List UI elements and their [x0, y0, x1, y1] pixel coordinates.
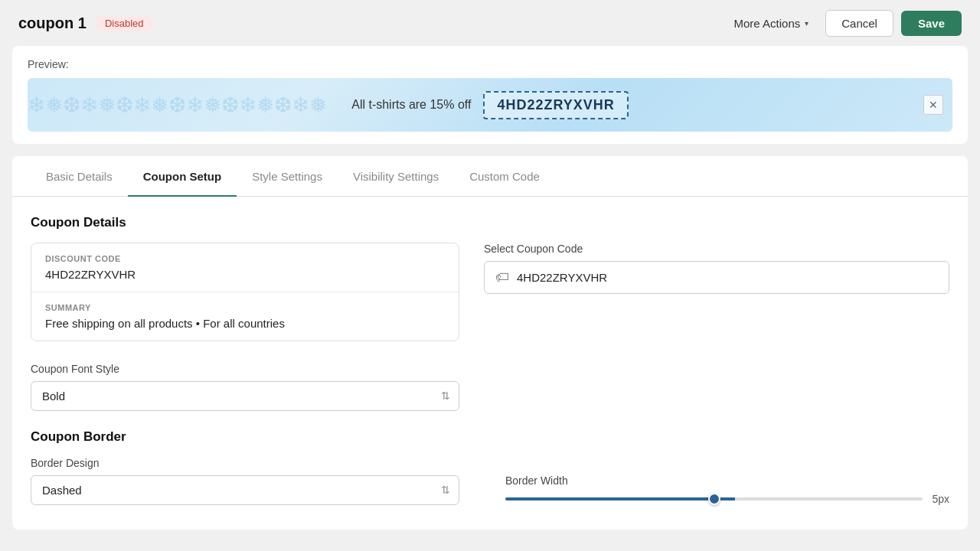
summary-label: SUMMARY — [45, 303, 445, 312]
select-coupon-field[interactable]: 🏷 4HD22ZRYXVHR — [484, 261, 949, 294]
snowflake-icon: ❄ — [80, 93, 98, 118]
discount-code-value: 4HD22ZRYXVHR — [45, 268, 445, 281]
status-badge: Disabled — [96, 15, 153, 31]
border-width-label: Border Width — [505, 474, 949, 487]
snowflake-icon: ❅ — [45, 93, 63, 118]
snowflake-icon: ❅ — [151, 93, 168, 118]
cancel-button[interactable]: Cancel — [825, 10, 893, 37]
discount-code-row: DISCOUNT CODE 4HD22ZRYXVHR — [31, 243, 459, 292]
snowflake-icon: ❅ — [98, 93, 116, 118]
coupon-details-card: DISCOUNT CODE 4HD22ZRYXVHR SUMMARY Free … — [31, 243, 459, 341]
coupon-details-row: DISCOUNT CODE 4HD22ZRYXVHR SUMMARY Free … — [31, 243, 949, 363]
page-title: coupon 1 — [18, 15, 87, 32]
header-right: More Actions ▾ Cancel Save — [725, 10, 962, 37]
snowflake-icon: ❅ — [309, 93, 327, 118]
main-content: Basic Details Coupon Setup Style Setting… — [12, 156, 968, 530]
header-left: coupon 1 Disabled — [18, 15, 152, 32]
snowflake-icon: ❅ — [256, 93, 274, 118]
more-actions-label: More Actions — [734, 17, 801, 30]
snowflake-icon: ❄ — [239, 93, 256, 118]
discount-code-label: DISCOUNT CODE — [45, 254, 445, 263]
coupon-code-display: 4HD22ZRYXVHR — [483, 91, 628, 119]
coupon-font-select[interactable]: Bold Normal Italic — [31, 381, 459, 411]
tab-basic-details[interactable]: Basic Details — [31, 156, 128, 197]
snowflake-icon: ❆ — [274, 93, 292, 118]
tag-icon: 🏷 — [495, 269, 509, 285]
tab-content: Coupon Details DISCOUNT CODE 4HD22ZRYXVH… — [12, 197, 968, 530]
snowflake-icon: ❆ — [63, 93, 80, 118]
preview-banner: ❄ ❅ ❆ ❄ ❅ ❆ ❄ ❅ ❆ ❄ ❅ ❆ ❄ ❅ ❆ ❄ ❅ All t-… — [28, 78, 952, 132]
border-design-label: Border Design — [31, 457, 459, 469]
border-width-slider[interactable] — [505, 497, 923, 500]
tab-style-settings[interactable]: Style Settings — [237, 156, 338, 197]
border-width-slider-container: 5px — [505, 493, 949, 505]
selected-coupon-value: 4HD22ZRYXVHR — [517, 271, 607, 284]
coupon-details-title: Coupon Details — [31, 215, 949, 230]
banner-text: All t-shirts are 15% off — [351, 98, 471, 112]
snowflake-icon: ❆ — [168, 93, 186, 118]
border-design-group: Border Design Dashed Solid Dotted Double… — [31, 457, 459, 505]
select-coupon-label: Select Coupon Code — [484, 243, 949, 255]
snowflake-icon: ❄ — [186, 93, 204, 118]
snowflake-icon: ❅ — [204, 93, 221, 118]
coupon-font-group: Coupon Font Style Bold Normal Italic ⇅ — [31, 363, 949, 411]
coupon-font-wrapper: Bold Normal Italic ⇅ — [31, 381, 459, 411]
snowflake-icon: ❄ — [133, 93, 151, 118]
border-width-value: 5px — [932, 493, 949, 505]
snowflake-icon: ❆ — [221, 93, 239, 118]
summary-row: SUMMARY Free shipping on all products • … — [31, 292, 459, 341]
border-design-wrapper: Dashed Solid Dotted Double ⇅ — [31, 475, 459, 505]
close-banner-button[interactable]: ✕ — [923, 95, 943, 115]
tabs: Basic Details Coupon Setup Style Setting… — [12, 156, 968, 197]
border-row: Border Design Dashed Solid Dotted Double… — [31, 457, 949, 505]
summary-value: Free shipping on all products • For all … — [45, 317, 445, 330]
coupon-font-label: Coupon Font Style — [31, 363, 949, 375]
more-actions-button[interactable]: More Actions ▾ — [725, 11, 818, 36]
snowflake-icon: ❄ — [292, 93, 309, 118]
tab-custom-code[interactable]: Custom Code — [454, 156, 555, 197]
snowflake-icon: ❆ — [116, 93, 133, 118]
border-width-group: Border Width 5px — [505, 474, 949, 505]
coupon-border-title: Coupon Border — [31, 429, 949, 445]
chevron-down-icon: ▾ — [805, 19, 808, 28]
snowflake-icon: ❄ — [28, 93, 45, 118]
coupon-details-left: DISCOUNT CODE 4HD22ZRYXVHR SUMMARY Free … — [31, 243, 459, 363]
border-design-select[interactable]: Dashed Solid Dotted Double — [31, 475, 459, 505]
banner-content: All t-shirts are 15% off 4HD22ZRYXVHR — [351, 91, 629, 119]
save-button[interactable]: Save — [901, 11, 962, 36]
header: coupon 1 Disabled More Actions ▾ Cancel … — [0, 0, 980, 46]
preview-label: Preview: — [28, 58, 952, 70]
tab-visibility-settings[interactable]: Visibility Settings — [338, 156, 454, 197]
tab-coupon-setup[interactable]: Coupon Setup — [128, 156, 237, 197]
coupon-details-right: Select Coupon Code 🏷 4HD22ZRYXVHR — [484, 243, 949, 363]
preview-section: Preview: ❄ ❅ ❆ ❄ ❅ ❆ ❄ ❅ ❆ ❄ ❅ ❆ ❄ ❅ ❆ ❄… — [12, 46, 968, 144]
